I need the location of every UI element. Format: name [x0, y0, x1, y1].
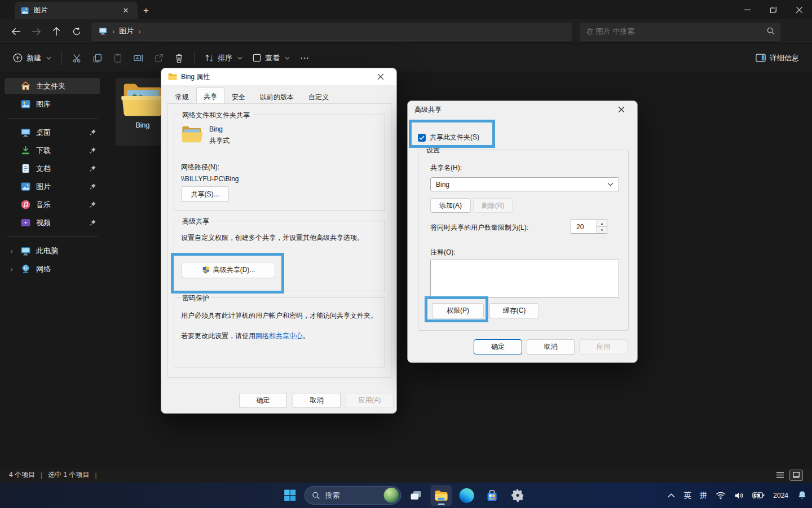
tab-sharing[interactable]: 共享 [196, 87, 224, 105]
remove-button[interactable]: 删除(R) [473, 198, 513, 213]
pictures-icon [20, 181, 31, 192]
properties-apply-button[interactable]: 应用(A) [346, 393, 394, 408]
details-view-toggle[interactable] [773, 470, 787, 481]
cut-button[interactable] [67, 49, 87, 67]
sidebar-item-gallery[interactable]: 图库 [5, 96, 100, 112]
microsoft-store-icon [486, 489, 499, 502]
properties-cancel-button[interactable]: 取消 [293, 393, 341, 408]
this-pc-icon [98, 27, 108, 36]
sidebar-item-desktop[interactable]: 桌面 [5, 124, 100, 141]
more-options-button[interactable]: ⋯ [295, 49, 315, 67]
sort-button[interactable]: 排序 [200, 49, 248, 67]
close-button[interactable] [786, 0, 812, 19]
taskbar-store[interactable] [482, 485, 503, 506]
share-name-combobox[interactable]: Bing [430, 177, 619, 191]
ime-pinyin-indicator[interactable]: 拼 [700, 491, 708, 501]
bing-folder-icon [121, 82, 164, 117]
volume-icon[interactable] [734, 492, 744, 500]
sidebar-item-this-pc[interactable]: › 此电脑 [5, 243, 100, 259]
share-button[interactable]: 共享(S)... [181, 186, 229, 202]
new-button[interactable]: 新建 [8, 49, 56, 67]
chevron-down-icon [285, 56, 290, 60]
properties-ok-button[interactable]: 确定 [239, 393, 287, 408]
breadcrumb-pictures[interactable]: 图片 [119, 26, 134, 36]
taskbar-search-box[interactable]: 搜索 [304, 486, 401, 505]
caching-button[interactable]: 缓存(C) [489, 303, 539, 318]
advanced-apply-button[interactable]: 应用 [579, 339, 628, 354]
properties-dialog-titlebar[interactable]: Bing 属性 [161, 68, 396, 85]
music-icon [20, 199, 31, 210]
annotation-box-permissions-button [425, 296, 488, 322]
chevron-down-icon [46, 56, 51, 60]
spinner-down-icon[interactable]: ▼ [597, 226, 607, 233]
notification-bell-icon[interactable] [797, 490, 807, 501]
downloads-icon [20, 145, 31, 156]
details-pane-button[interactable]: 详细信息 [751, 49, 804, 67]
taskbar-file-explorer[interactable] [431, 485, 452, 506]
advanced-dialog-titlebar[interactable]: 高级共享 [408, 101, 637, 118]
delete-button[interactable] [169, 49, 189, 67]
cancel-label: 取消 [310, 396, 324, 405]
paste-button[interactable] [108, 49, 128, 67]
close-icon[interactable] [372, 68, 390, 85]
network-sharing-center-link[interactable]: 网络和共享中心 [255, 332, 303, 340]
minimize-button[interactable] [734, 0, 760, 19]
task-view-button[interactable] [405, 485, 427, 506]
explorer-search-box[interactable] [580, 23, 780, 41]
sidebar-item-home[interactable]: 主文件夹 [5, 78, 100, 94]
tab-close-icon[interactable]: ✕ [120, 5, 132, 17]
sidebar-item-videos[interactable]: 视频 [5, 214, 100, 231]
close-icon[interactable] [612, 101, 630, 118]
taskbar-settings[interactable] [507, 485, 528, 506]
new-tab-button[interactable]: + [138, 2, 155, 19]
share-button-toolbar[interactable] [149, 49, 169, 67]
sidebar-item-downloads[interactable]: 下载 [5, 142, 100, 159]
caching-button-label: 缓存(C) [503, 306, 526, 316]
search-input[interactable] [585, 27, 767, 36]
sidebar-item-pictures[interactable]: 图片 [5, 178, 100, 195]
spinner-up-icon[interactable]: ▲ [597, 220, 607, 226]
sidebar-item-network[interactable]: › 网络 [5, 261, 100, 277]
maximize-button[interactable] [760, 0, 786, 19]
wifi-icon[interactable] [716, 492, 726, 500]
refresh-button[interactable] [67, 22, 87, 41]
thumbnail-view-toggle[interactable] [789, 470, 803, 481]
start-button[interactable] [279, 485, 301, 506]
tree-expand-chevron[interactable]: › [8, 265, 15, 273]
add-button[interactable]: 添加(A) [430, 198, 471, 213]
view-button[interactable]: 查看 [248, 49, 295, 67]
comments-textarea[interactable] [430, 260, 619, 297]
advanced-cancel-button[interactable]: 取消 [527, 339, 575, 354]
apply-label: 应用(A) [359, 396, 381, 405]
address-bar[interactable]: › 图片 › [91, 23, 572, 41]
sidebar-item-documents[interactable]: 文档 [5, 160, 100, 177]
file-explorer-window: 图片 ✕ + › 图片 › 新建 [0, 0, 812, 483]
pin-icon [89, 201, 96, 208]
taskbar-edge[interactable] [456, 485, 478, 506]
rename-button[interactable] [128, 49, 149, 67]
pin-icon [89, 147, 96, 154]
forward-button[interactable] [26, 22, 46, 41]
status-divider: | [95, 471, 96, 479]
group-title: 高级共享 [180, 217, 211, 226]
user-limit-value[interactable]: 20 [571, 220, 597, 234]
copy-button[interactable] [87, 49, 108, 67]
apply-label: 应用 [597, 342, 610, 352]
back-button[interactable] [6, 22, 26, 41]
item-count: 4 个项目 [9, 470, 35, 480]
share-name-value: Bing [436, 181, 449, 189]
explorer-tab[interactable]: 图片 ✕ [15, 2, 138, 19]
search-icon [767, 27, 775, 35]
hidden-icons-chevron[interactable] [668, 493, 675, 498]
advanced-ok-button[interactable]: 确定 [474, 339, 522, 354]
sidebar-item-music[interactable]: 音乐 [5, 196, 100, 213]
tree-expand-chevron[interactable]: › [8, 247, 15, 255]
up-button[interactable] [46, 22, 67, 41]
rename-icon [133, 53, 144, 63]
ime-english-indicator[interactable]: 英 [683, 491, 691, 501]
toolbar-divider [194, 51, 195, 65]
sidebar-item-label: 网络 [36, 264, 51, 274]
user-limit-spinner[interactable]: 20 ▲ ▼ [571, 220, 607, 234]
taskbar-date[interactable]: 2024 [773, 492, 788, 500]
battery-icon[interactable] [752, 492, 765, 499]
